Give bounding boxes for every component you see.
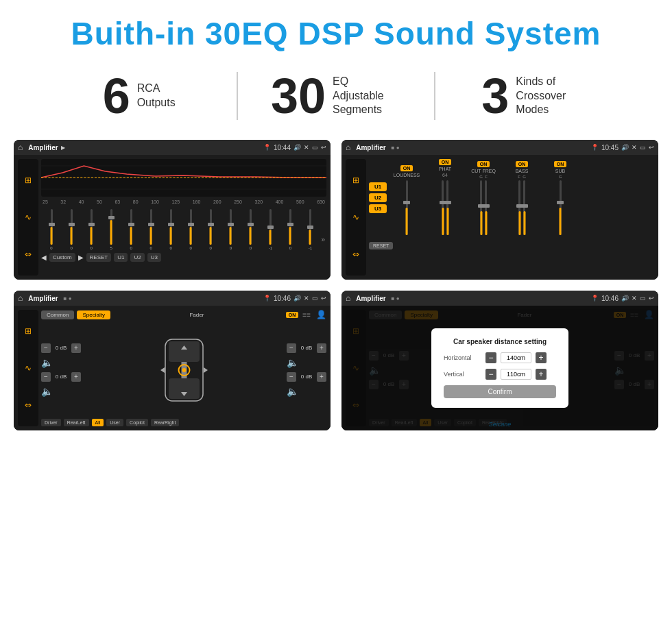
tab-specialty[interactable]: Specialty — [77, 310, 110, 319]
screen1-time: 10:44 — [274, 144, 291, 151]
eq-thumb-9[interactable] — [228, 223, 234, 226]
tab-common[interactable]: Common — [41, 310, 74, 319]
eq-custom-btn[interactable]: Custom — [49, 253, 75, 262]
dialog-confirm-btn[interactable]: Confirm — [444, 385, 556, 398]
eq-thumb-2[interactable] — [88, 223, 95, 226]
btn-user[interactable]: User — [106, 419, 123, 426]
fader-toggle-icon[interactable]: ≡≡ — [302, 311, 311, 319]
eq-thumb-1[interactable] — [69, 223, 75, 226]
ch-cutfreq-on[interactable]: ON — [477, 161, 490, 167]
home-icon-3[interactable]: ⌂ — [18, 293, 23, 303]
db-plus-rl[interactable]: + — [71, 372, 81, 382]
dialog-horizontal-plus[interactable]: + — [536, 352, 547, 363]
eq-slider-8: 0 — [202, 209, 219, 250]
fader-icon-1[interactable]: ⊞ — [25, 326, 32, 336]
back-icon-3[interactable]: ↩ — [321, 295, 326, 302]
eq-thumb-13[interactable] — [307, 225, 313, 229]
dialog-horizontal-minus[interactable]: − — [485, 352, 496, 363]
eq-thumb-11[interactable] — [267, 225, 274, 229]
window-icon[interactable]: ▭ — [312, 144, 318, 151]
svg-point-9 — [182, 368, 186, 372]
channel-loudness: ON LOUDNESS — [389, 165, 424, 236]
btn-driver[interactable]: Driver — [41, 419, 61, 426]
fader-icon-2[interactable]: ∿ — [25, 363, 32, 373]
home-icon-2[interactable]: ⌂ — [346, 143, 350, 152]
eq-icon-1[interactable]: ⊞ — [25, 175, 32, 185]
db-plus-fl[interactable]: + — [71, 343, 81, 353]
eq-thumb-8[interactable] — [208, 223, 214, 226]
eq-next-btn[interactable]: ▶ — [78, 254, 84, 261]
eq-icon-3[interactable]: ⇔ — [25, 249, 32, 259]
dialog-vertical-label: Vertical — [444, 371, 481, 378]
dialog-vertical-minus[interactable]: − — [485, 369, 496, 380]
db-minus-fl[interactable]: − — [41, 343, 51, 353]
window-icon-3[interactable]: ▭ — [312, 295, 318, 302]
screen3-topbar-icons: 📍 10:46 🔊 ✕ ▭ ↩ — [263, 295, 326, 302]
fader-screen: ⊞ ∿ ⇔ Common Specialty Fader ON ≡≡ 👤 — [18, 310, 326, 426]
btn-all[interactable]: All — [92, 419, 104, 426]
fader-bottom: Driver RearLeft All User Copilot RearRig… — [41, 419, 326, 426]
home-icon[interactable]: ⌂ — [18, 143, 23, 152]
screens-grid: ⌂ Amplifier ▶ 📍 10:44 🔊 ✕ ▭ ↩ ⊞ ∿ ⇔ — [0, 134, 672, 441]
eq-prev-btn[interactable]: ◀ — [41, 254, 47, 261]
db-minus-fr[interactable]: − — [287, 343, 296, 353]
ch-phat-on[interactable]: ON — [439, 159, 452, 165]
amp-u2-btn[interactable]: U2 — [369, 193, 387, 202]
fader-icon-3[interactable]: ⇔ — [25, 400, 32, 410]
close-icon-2[interactable]: ✕ — [632, 144, 637, 151]
ch-sub-on[interactable]: ON — [554, 161, 567, 167]
fader-top: Common Specialty Fader ON ≡≡ 👤 — [41, 310, 326, 319]
back-icon[interactable]: ↩ — [321, 144, 326, 151]
speaker-icons-l: 🔈 — [41, 357, 81, 368]
eq-more-icon[interactable]: » — [321, 236, 325, 243]
eq-u1-btn[interactable]: U1 — [114, 253, 128, 262]
amp-u3-btn[interactable]: U3 — [369, 204, 387, 213]
amp-reset-btn[interactable]: RESET — [369, 242, 393, 249]
speaker-icons-r2: 🔈 — [287, 386, 326, 397]
btn-copilot[interactable]: Copilot — [126, 419, 148, 426]
db-value-rr: 0 dB — [298, 374, 315, 380]
ch-bass-on[interactable]: ON — [516, 161, 529, 167]
speaker-icons-l2: 🔈 — [41, 386, 81, 397]
ch-loudness-thumb[interactable] — [403, 201, 410, 204]
btn-rearright[interactable]: RearRight — [151, 419, 180, 426]
eq-thumb-12[interactable] — [287, 223, 293, 226]
btn-rearleft[interactable]: RearLeft — [64, 419, 89, 426]
amp-icon-2[interactable]: ∿ — [352, 212, 359, 222]
window-icon-4[interactable]: ▭ — [640, 295, 646, 302]
dialog-vertical-plus[interactable]: + — [536, 369, 547, 380]
eq-thumb-5[interactable] — [148, 223, 154, 226]
amp-icon-3[interactable]: ⇔ — [352, 249, 359, 259]
close-icon-3[interactable]: ✕ — [304, 295, 309, 302]
eq-thumb-6[interactable] — [168, 223, 174, 226]
eq-icon-2[interactable]: ∿ — [25, 212, 32, 222]
db-minus-rl[interactable]: − — [41, 372, 51, 382]
amp-u1-btn[interactable]: U1 — [369, 182, 387, 191]
amp-icon-1[interactable]: ⊞ — [352, 175, 359, 185]
window-icon-2[interactable]: ▭ — [640, 144, 646, 151]
fader-on-badge[interactable]: ON — [286, 312, 299, 318]
eq-thumb-3[interactable] — [108, 216, 115, 219]
eq-thumb-4[interactable] — [128, 223, 134, 226]
ch-loudness-on[interactable]: ON — [400, 165, 413, 171]
fader-controls: − 0 dB + 🔈 − 0 dB + — [41, 324, 326, 416]
eq-u2-btn[interactable]: U2 — [130, 253, 144, 262]
back-icon-4[interactable]: ↩ — [649, 295, 654, 302]
db-plus-fr[interactable]: + — [317, 343, 326, 353]
db-plus-rr[interactable]: + — [317, 372, 326, 382]
eq-reset-btn[interactable]: RESET — [86, 253, 112, 262]
eq-sidebar: ⊞ ∿ ⇔ — [18, 159, 38, 276]
home-icon-4[interactable]: ⌂ — [346, 293, 350, 303]
amp-sidebar: ⊞ ∿ ⇔ — [346, 159, 366, 276]
dialog-row-vertical: Vertical − 110cm + — [444, 369, 556, 380]
profile-icon[interactable]: 👤 — [316, 310, 326, 319]
close-icon-4[interactable]: ✕ — [632, 295, 637, 302]
eq-thumb-7[interactable] — [188, 223, 194, 226]
back-icon-2[interactable]: ↩ — [649, 144, 654, 151]
ch-phat-sliders — [442, 179, 448, 236]
eq-thumb-10[interactable] — [248, 223, 254, 226]
close-icon[interactable]: ✕ — [304, 144, 309, 151]
eq-thumb-0[interactable] — [49, 223, 55, 226]
db-minus-rr[interactable]: − — [287, 372, 296, 382]
eq-u3-btn[interactable]: U3 — [147, 253, 161, 262]
